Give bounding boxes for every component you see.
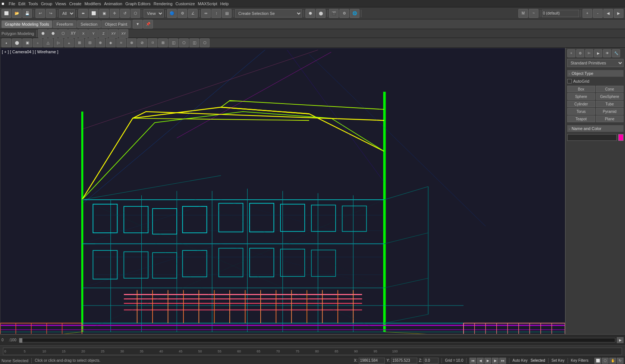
select-window-button[interactable]: ▣ [99, 9, 109, 18]
render-setup[interactable]: ⚙ [339, 9, 349, 18]
create-selection-dropdown[interactable]: Create Selection Se [235, 9, 302, 18]
z-input[interactable] [424, 358, 439, 364]
autogrid-checkbox[interactable] [567, 79, 572, 83]
hierarchy-icon[interactable]: ⊢ [585, 49, 593, 57]
tube-button[interactable]: Tube [596, 101, 624, 107]
zoom-extents[interactable]: ⬜ [594, 358, 601, 364]
timeline-play[interactable]: ▶ [617, 337, 624, 343]
track-numbers[interactable]: 0510152025303540455055606570758085909510… [3, 348, 622, 355]
misc1[interactable]: ◀ [603, 9, 613, 18]
filter-dropdown[interactable]: All [59, 9, 75, 18]
box-button[interactable]: Box [567, 86, 595, 92]
mt-20[interactable]: ⬡ [200, 38, 210, 47]
menu-item-file[interactable]: File [7, 1, 17, 6]
mt-12[interactable]: ⌗ [116, 38, 126, 47]
mt-18[interactable]: ⬠ [179, 38, 189, 47]
y-input[interactable] [391, 358, 417, 364]
pyramid-button[interactable]: Pyramid [596, 108, 624, 115]
utilities-icon[interactable]: 🔧 [612, 49, 620, 57]
menu-item-graph editors[interactable]: Graph Editors [124, 1, 152, 6]
mt-10[interactable]: ⊕ [95, 38, 105, 47]
menu-item-modifiers[interactable]: Modifiers [83, 1, 103, 6]
pan-view[interactable]: ✋ [609, 358, 616, 364]
redo-button[interactable]: ↪ [46, 9, 56, 18]
display-icon[interactable]: 👁 [603, 49, 611, 57]
key-next[interactable]: ⏭ [499, 358, 506, 364]
geosphere-button[interactable]: GeoSphere [596, 93, 624, 100]
view-dropdown[interactable]: View [144, 9, 164, 18]
menu-item-edit[interactable]: Edit [17, 1, 27, 6]
mirror-button[interactable]: ⇔ [201, 9, 211, 18]
mt-5[interactable]: △ [43, 38, 53, 47]
modify-icon[interactable]: ⚙ [576, 49, 584, 57]
tab-freeform[interactable]: Freeform [53, 20, 76, 28]
mt-11[interactable]: ◈ [106, 38, 116, 47]
mt-3[interactable]: ▣ [22, 38, 32, 47]
color-swatch[interactable] [618, 134, 624, 141]
pm-axis-x[interactable]: X [78, 29, 88, 38]
pm-tool1[interactable]: ⬢ [38, 29, 48, 38]
env-button[interactable]: 🌐 [350, 9, 359, 18]
layer-button[interactable]: ▤ [222, 9, 232, 18]
mt-16[interactable]: ⊞ [158, 38, 168, 47]
zoom-controls[interactable]: + [582, 9, 592, 18]
menu-item-create[interactable]: Create [67, 1, 83, 6]
undo-button[interactable]: ↩ [35, 9, 45, 18]
viewport[interactable]: [ + ] [ Camera04 ] [ Wireframe ] [0, 48, 565, 334]
menu-item-tools[interactable]: Tools [27, 1, 40, 6]
mt-9[interactable]: ⊟ [85, 38, 95, 47]
cylinder-button[interactable]: Cylinder [567, 101, 595, 107]
plane-button[interactable]: Plane [596, 115, 624, 122]
mt-4[interactable]: ⬦ [33, 38, 43, 47]
menu-item-maxscript[interactable]: MAXScript [197, 1, 219, 6]
object-name-input[interactable] [567, 134, 617, 141]
tab-object-paint[interactable]: Object Paint [101, 20, 131, 28]
mt-17[interactable]: ◫ [169, 38, 178, 47]
menu-item-customize[interactable]: Customize [174, 1, 197, 6]
mt-7[interactable]: ⟁ [64, 38, 74, 47]
sphere-button[interactable]: Sphere [567, 93, 595, 100]
pm-axis-y[interactable]: Y [88, 29, 98, 38]
scale-button[interactable]: ⬡ [131, 9, 140, 18]
key-prev[interactable]: ⏮ [469, 358, 476, 364]
mt-13[interactable]: ⊗ [127, 38, 136, 47]
mt-6[interactable]: ▷ [54, 38, 63, 47]
mt-8[interactable]: ⊞ [75, 38, 84, 47]
extra-pin[interactable]: 📌 [143, 20, 153, 29]
create-icon[interactable]: + [567, 49, 575, 57]
pan-controls[interactable]: - [593, 9, 603, 18]
new-file-button[interactable]: ⬜ [1, 9, 11, 18]
menu-item-group[interactable]: Group [40, 1, 54, 6]
snap-angle[interactable]: ∠ [188, 9, 198, 18]
mt-19[interactable]: ◫ [189, 38, 199, 47]
material-editor[interactable]: M [518, 9, 528, 18]
mt-14[interactable]: ⊘ [137, 38, 147, 47]
zoom-region[interactable]: ⬡ [602, 358, 609, 364]
timeline-track[interactable] [19, 338, 615, 342]
extra-options[interactable]: ▼ [133, 20, 142, 29]
snap-button[interactable]: 🔵 [167, 9, 177, 18]
named-sel-2[interactable]: ⬤ [316, 9, 326, 18]
rotate-button[interactable]: ↺ [120, 9, 130, 18]
play-prev[interactable]: ◀ [477, 358, 484, 364]
select-region-button[interactable]: ⬜ [89, 9, 98, 18]
tab-selection[interactable]: Selection [77, 20, 101, 28]
mt-1[interactable]: ⬥ [1, 38, 11, 47]
misc2[interactable]: ▶ [614, 9, 624, 18]
play[interactable]: ▶ [484, 358, 491, 364]
menu-item-animation[interactable]: Animation [103, 1, 124, 6]
play-next[interactable]: ▶ [492, 358, 499, 364]
mt-15[interactable]: ⌑ [148, 38, 157, 47]
pm-tool2[interactable]: ⬣ [48, 29, 58, 38]
pm-axis-xy3[interactable]: XY [119, 29, 128, 38]
render-button[interactable]: 🎬 [329, 9, 339, 18]
x-input[interactable] [359, 358, 385, 364]
pm-tool3[interactable]: ⬡ [58, 29, 68, 38]
pm-axis-z[interactable]: Z [98, 29, 108, 38]
tab-graphite-modeling[interactable]: Graphite Modeling Tools [1, 20, 52, 28]
menu-item-rendering[interactable]: Rendering [152, 1, 174, 6]
snap-options[interactable]: ⚙ [178, 9, 187, 18]
menu-item-views[interactable]: Views [54, 1, 67, 6]
move-button[interactable]: ✛ [110, 9, 119, 18]
open-button[interactable]: 📂 [12, 9, 22, 18]
